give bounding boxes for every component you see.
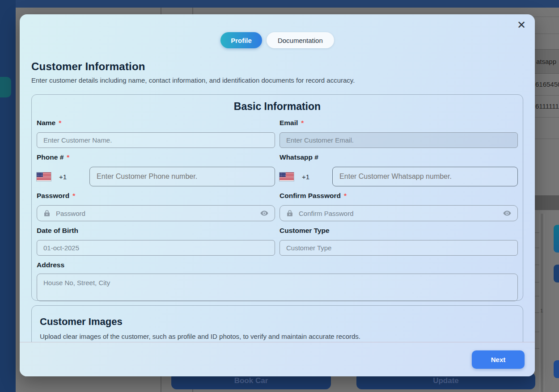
dob-input[interactable] xyxy=(37,240,275,256)
phone-label: Phone # * xyxy=(37,153,275,161)
phone-dial-code: +1 xyxy=(59,173,67,181)
required-asterisk: * xyxy=(344,192,347,200)
update-label: Update xyxy=(433,376,459,385)
bg-chip-teal xyxy=(554,225,559,253)
bg-scroll-mark: 1 xyxy=(540,308,543,313)
whatsapp-label-text: Whatsapp # xyxy=(280,153,318,161)
required-asterisk: * xyxy=(72,192,75,200)
password-label-text: Password xyxy=(37,192,69,200)
confirm-password-input[interactable] xyxy=(299,210,498,217)
required-asterisk: * xyxy=(67,153,69,161)
password-input[interactable] xyxy=(56,210,255,217)
address-textarea[interactable] xyxy=(37,274,518,301)
whatsapp-field: Whatsapp # +1 xyxy=(280,153,518,186)
required-asterisk: * xyxy=(301,119,304,127)
page-subtitle: Enter customer details including name, c… xyxy=(31,76,523,84)
whatsapp-label: Whatsapp # xyxy=(280,153,518,161)
address-label-text: Address xyxy=(37,261,64,269)
address-label: Address xyxy=(37,261,518,269)
phone-label-text: Phone # xyxy=(37,153,64,161)
show-password-eye-icon[interactable] xyxy=(260,209,269,218)
customer-modal: ✕ Profile Documentation Customer Informa… xyxy=(20,14,535,376)
bg-chip-navy xyxy=(554,265,559,282)
customer-type-label-text: Customer Type xyxy=(280,227,330,235)
customer-images-subtitle: Upload clear images of the customer, suc… xyxy=(40,333,515,340)
modal-footer: Next xyxy=(20,342,535,376)
phone-input[interactable] xyxy=(89,167,275,186)
customer-type-label: Customer Type xyxy=(280,227,518,235)
required-asterisk: * xyxy=(59,119,61,127)
dob-label-text: Date of Birth xyxy=(37,227,78,235)
modal-tabs: Profile Documentation xyxy=(31,32,523,48)
whatsapp-dial-code: +1 xyxy=(302,173,309,181)
bg-scrollbar-thumb xyxy=(541,214,543,392)
us-flag-icon xyxy=(37,173,51,181)
close-icon[interactable]: ✕ xyxy=(515,19,528,31)
confirm-password-field: Confirm Password * xyxy=(280,192,518,221)
email-label-text: Email xyxy=(280,119,298,127)
whatsapp-country-selector[interactable]: +1 xyxy=(280,173,309,181)
address-field: Address xyxy=(37,261,518,303)
name-input[interactable] xyxy=(37,132,275,148)
lock-icon xyxy=(286,209,294,217)
page-title: Customer Information xyxy=(31,60,523,73)
phone-country-selector[interactable]: +1 xyxy=(37,173,67,181)
name-label-text: Name xyxy=(37,119,55,127)
email-input[interactable] xyxy=(280,132,518,148)
dob-field: Date of Birth xyxy=(37,227,275,256)
modal-body: Profile Documentation Customer Informati… xyxy=(20,14,535,342)
confirm-password-label-text: Confirm Password xyxy=(280,192,341,200)
password-label: Password * xyxy=(37,192,275,200)
book-car-label: Book Car xyxy=(234,376,268,385)
next-button[interactable]: Next xyxy=(472,350,525,369)
customer-type-field: Customer Type xyxy=(280,227,518,256)
customer-type-input[interactable] xyxy=(280,240,518,256)
us-flag-icon xyxy=(280,173,294,181)
dob-label: Date of Birth xyxy=(37,227,275,235)
show-confirm-password-eye-icon[interactable] xyxy=(503,209,512,218)
phone-field: Phone # * +1 xyxy=(37,153,275,186)
tab-documentation[interactable]: Documentation xyxy=(267,32,334,48)
lock-icon xyxy=(43,209,51,217)
customer-images-title: Customer Images xyxy=(40,316,515,328)
bg-table-cell: 6111111 xyxy=(535,102,559,110)
email-label: Email * xyxy=(280,119,518,127)
tab-profile[interactable]: Profile xyxy=(220,32,262,48)
bg-table-cell: 6165450 xyxy=(535,80,559,88)
name-label: Name * xyxy=(37,119,275,127)
bg-table-header-whatsapp: atsapp xyxy=(536,58,556,65)
sidebar-active-item xyxy=(0,77,11,97)
app-topbar xyxy=(16,0,559,8)
app-sidebar xyxy=(0,0,16,392)
name-field: Name * xyxy=(37,119,275,148)
bg-chip-blue xyxy=(554,360,559,378)
basic-information-card: Basic Information Name * Email * xyxy=(31,94,523,301)
password-field: Password * xyxy=(37,192,275,221)
basic-information-title: Basic Information xyxy=(37,101,518,113)
whatsapp-input[interactable] xyxy=(332,167,518,186)
confirm-password-label: Confirm Password * xyxy=(280,192,518,200)
customer-images-card: Customer Images Upload clear images of t… xyxy=(31,305,523,342)
email-field: Email * xyxy=(280,119,518,148)
